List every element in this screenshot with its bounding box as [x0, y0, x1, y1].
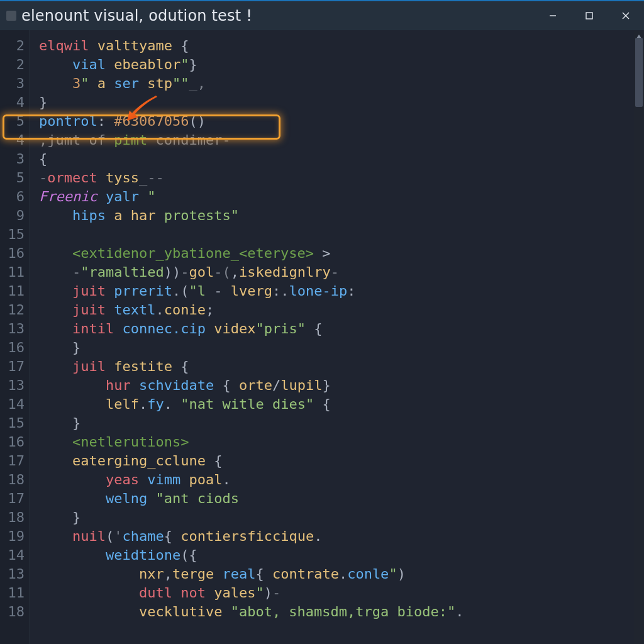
line-number: 16: [0, 338, 25, 357]
code-line[interactable]: hur schvidate { orte/lupil}: [39, 376, 644, 395]
line-number: 2: [0, 36, 25, 55]
line-number: 14: [0, 395, 25, 414]
line-number: 5: [0, 169, 25, 187]
code-line[interactable]: }: [39, 414, 644, 433]
window-title: elenount visual, odution test !: [21, 7, 535, 25]
code-line[interactable]: elqwil valttyame {: [39, 36, 644, 55]
code-viewport[interactable]: elqwil valttyame { vial ebeablor"} 3" a …: [30, 30, 644, 644]
line-number: 18: [0, 470, 25, 489]
code-line[interactable]: eaterging_cclune {: [39, 452, 644, 470]
line-number: 11: [0, 263, 25, 282]
code-line[interactable]: welng "ant ciods: [39, 489, 644, 508]
code-line[interactable]: }: [39, 508, 644, 527]
code-line[interactable]: }: [39, 93, 644, 112]
line-number: 14: [0, 546, 25, 565]
code-line[interactable]: vecklutive "abot, shamsdm,trga biode:".: [39, 602, 644, 621]
code-line[interactable]: }: [39, 338, 644, 357]
line-number-gutter: 2234543569151611111213161713141516171817…: [0, 30, 30, 644]
titlebar[interactable]: elenount visual, odution test !: [0, 1, 644, 30]
editor-window: elenount visual, odution test ! 22345435…: [0, 0, 644, 644]
vertical-scrollbar[interactable]: [634, 31, 644, 644]
line-number: 15: [0, 414, 25, 433]
editor-area: 2234543569151611111213161713141516171817…: [0, 30, 644, 644]
code-line[interactable]: juil festite {: [39, 357, 644, 376]
svg-rect-1: [586, 13, 592, 19]
line-number: 13: [0, 376, 25, 395]
code-line[interactable]: dutl not yales")-: [39, 584, 644, 602]
line-number: 2: [0, 55, 25, 74]
line-number: 13: [0, 565, 25, 584]
code-line[interactable]: hips a har protests": [39, 206, 644, 225]
code-line[interactable]: Freenic yalr ": [39, 187, 644, 206]
code-line[interactable]: intil connec.cip videx"pris" {: [39, 319, 644, 338]
code-line[interactable]: [39, 225, 644, 244]
code-line[interactable]: yeas vimm poal.: [39, 470, 644, 489]
code-line[interactable]: {: [39, 150, 644, 169]
line-number: 11: [0, 282, 25, 301]
line-number: 11: [0, 584, 25, 602]
code-line[interactable]: <extidenor_ybatione_<eteryse> >: [39, 244, 644, 263]
close-icon: [621, 11, 630, 20]
line-number: 19: [0, 527, 25, 546]
window-controls: [535, 1, 644, 30]
code-line[interactable]: vial ebeablor"}: [39, 55, 644, 74]
line-number: 17: [0, 452, 25, 470]
line-number: 15: [0, 225, 25, 244]
line-number: 18: [0, 602, 25, 621]
code-line[interactable]: nuil('chame{ contiersficcique.: [39, 527, 644, 546]
line-number: 3: [0, 150, 25, 169]
code-line[interactable]: 3" a ser stp""_,: [39, 74, 644, 93]
code-line[interactable]: lelf.fy. "nat witle dies" {: [39, 395, 644, 414]
code-line[interactable]: -"ramaltied))-gol-(,iskedignlry-: [39, 263, 644, 282]
line-number: 12: [0, 301, 25, 319]
line-number: 3: [0, 74, 25, 93]
line-number: 18: [0, 508, 25, 527]
maximize-icon: [585, 11, 594, 20]
code-line[interactable]: juit prrerit.("l - lverg:.lone-ip:: [39, 282, 644, 301]
code-line[interactable]: -ormect tyss_--: [39, 169, 644, 187]
code-line[interactable]: ,jumt of pimt condimer-: [39, 131, 644, 150]
line-number: 6: [0, 187, 25, 206]
line-number: 9: [0, 206, 25, 225]
minimize-icon: [548, 11, 557, 20]
line-number: 4: [0, 93, 25, 112]
line-number: 4: [0, 131, 25, 150]
line-number: 16: [0, 244, 25, 263]
code-line[interactable]: pontrol: #63067056(): [39, 112, 644, 131]
code-line[interactable]: nxr,terge real{ contrate.conle"): [39, 565, 644, 584]
line-number: 16: [0, 433, 25, 452]
maximize-button[interactable]: [571, 1, 608, 30]
line-number: 5: [0, 112, 25, 131]
line-number: 17: [0, 489, 25, 508]
code-line[interactable]: <netlerutions>: [39, 433, 644, 452]
app-icon: [6, 11, 16, 21]
code-line[interactable]: juit textl.conie;: [39, 301, 644, 319]
scroll-thumb[interactable]: [635, 38, 643, 107]
code-line[interactable]: weidtione({: [39, 546, 644, 565]
line-number: 17: [0, 357, 25, 376]
minimize-button[interactable]: [535, 1, 571, 30]
line-number: 13: [0, 319, 25, 338]
close-button[interactable]: [608, 1, 644, 30]
